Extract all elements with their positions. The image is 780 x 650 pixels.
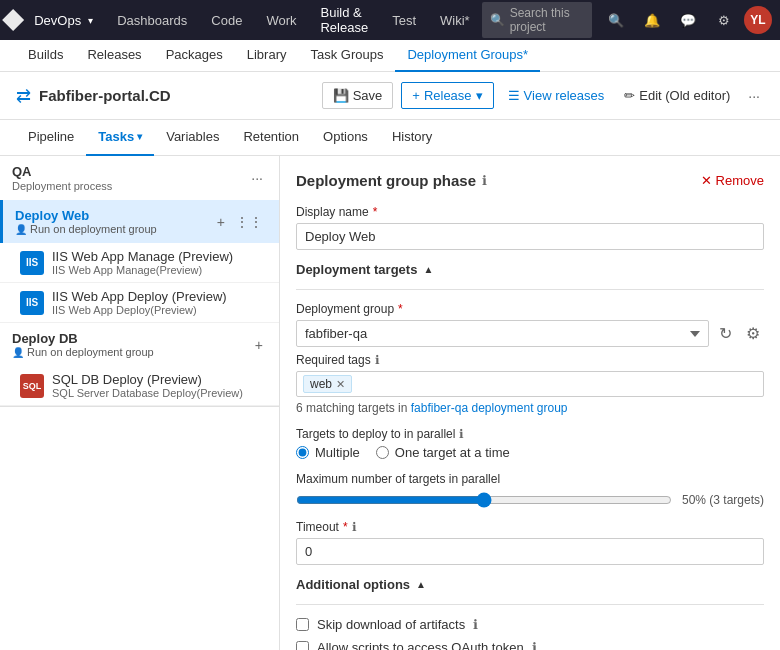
save-button[interactable]: 💾 Save <box>322 82 394 109</box>
chevron-down-icon: ▾ <box>88 15 93 26</box>
tag-input-wrapper[interactable]: web ✕ <box>296 371 764 397</box>
tab-variables[interactable]: Variables <box>154 120 231 156</box>
page-title: Fabfiber-portal.CD <box>39 87 171 104</box>
iis-deploy-name: IIS Web App Deploy (Preview) <box>52 289 267 304</box>
nav-code[interactable]: Code <box>199 0 254 40</box>
iis-manage-name: IIS Web App Manage (Preview) <box>52 249 267 264</box>
deploy-db-add-button[interactable]: + <box>251 335 267 355</box>
additional-options-label: Additional options ▲ <box>296 577 764 592</box>
notification-icon[interactable]: 🔔 <box>636 4 668 36</box>
web-tag-remove[interactable]: ✕ <box>336 378 345 391</box>
list-icon: ☰ <box>508 88 520 103</box>
release-chevron-icon: ▾ <box>476 88 483 103</box>
phase-deploy-db-label: Deploy DB <box>12 331 251 346</box>
deployment-group-dropdown[interactable]: fabfiber-qa <box>296 320 709 347</box>
skip-download-info-icon[interactable]: ℹ <box>473 617 478 632</box>
qa-section: QA Deployment process ··· Deploy Web 👤 R… <box>0 156 279 407</box>
allow-scripts-option[interactable]: Allow scripts to access OAuth token ℹ <box>296 640 764 650</box>
subnav-builds[interactable]: Builds <box>16 40 75 72</box>
display-name-input[interactable] <box>296 223 764 250</box>
phase-deploy-db[interactable]: Deploy DB 👤 Run on deployment group + <box>0 323 279 366</box>
nav-test[interactable]: Test <box>380 0 428 40</box>
display-name-required: * <box>373 205 378 219</box>
phase-deploy-db-sub: 👤 Run on deployment group <box>12 346 251 358</box>
required-tags-info-icon[interactable]: ℹ <box>375 353 380 367</box>
skip-download-checkbox[interactable] <box>296 618 309 631</box>
timeout-label: Timeout * ℹ <box>296 520 764 534</box>
multiple-radio[interactable] <box>296 446 309 459</box>
deploy-web-drag-button[interactable]: ⋮⋮ <box>231 212 267 232</box>
web-tag: web ✕ <box>303 375 352 393</box>
one-target-radio-option[interactable]: One target at a time <box>376 445 510 460</box>
timeout-info-icon[interactable]: ℹ <box>352 520 357 534</box>
logo[interactable] <box>0 0 26 40</box>
section-divider-1 <box>296 289 764 290</box>
qa-section-header[interactable]: QA Deployment process ··· <box>0 156 279 200</box>
sub-nav: Builds Releases Packages Library Task Gr… <box>0 40 780 72</box>
tab-tasks[interactable]: Tasks ▾ <box>86 120 154 156</box>
chat-icon[interactable]: 💬 <box>672 4 704 36</box>
panel-info-icon[interactable]: ℹ <box>482 173 487 188</box>
person-icon-2: 👤 <box>12 347 24 358</box>
max-targets-section: Maximum number of targets in parallel 50… <box>296 472 764 508</box>
panel-header: Deployment group phase ℹ ✕ Remove <box>296 172 764 189</box>
nav-dashboards[interactable]: Dashboards <box>105 0 199 40</box>
plus-icon: + <box>412 88 420 103</box>
task-iis-manage[interactable]: IIS IIS Web App Manage (Preview) IIS Web… <box>0 243 279 283</box>
settings-gear-button[interactable]: ⚙ <box>742 320 764 347</box>
subnav-deployment-groups[interactable]: Deployment Groups* <box>395 40 540 72</box>
matching-link[interactable]: fabfiber-qa deployment group <box>411 401 568 415</box>
avatar[interactable]: YL <box>744 6 772 34</box>
task-iis-deploy[interactable]: IIS IIS Web App Deploy (Preview) IIS Web… <box>0 283 279 323</box>
max-targets-label: Maximum number of targets in parallel <box>296 472 764 486</box>
timeout-required: * <box>343 520 348 534</box>
deployment-targets-label: Deployment targets ▲ <box>296 262 764 277</box>
subnav-releases[interactable]: Releases <box>75 40 153 72</box>
qa-section-title: QA <box>12 164 247 179</box>
remove-button[interactable]: ✕ Remove <box>701 173 764 188</box>
tab-options[interactable]: Options <box>311 120 380 156</box>
task-sql-deploy[interactable]: SQL SQL DB Deploy (Preview) SQL Server D… <box>0 366 279 406</box>
tab-pipeline[interactable]: Pipeline <box>16 120 86 156</box>
tab-history[interactable]: History <box>380 120 444 156</box>
view-releases-button[interactable]: ☰ View releases <box>502 83 611 108</box>
allow-scripts-checkbox[interactable] <box>296 641 309 650</box>
targets-info-icon[interactable]: ℹ <box>459 427 464 441</box>
deploy-web-add-button[interactable]: + <box>213 212 229 232</box>
allow-scripts-info-icon[interactable]: ℹ <box>532 640 537 650</box>
deployment-targets-chevron-icon: ▲ <box>423 264 433 275</box>
iis-deploy-icon: IIS <box>20 291 44 315</box>
section-divider-2 <box>296 604 764 605</box>
search-box[interactable]: 🔍 Search this project <box>482 2 592 38</box>
max-targets-slider[interactable] <box>296 492 672 508</box>
one-target-radio[interactable] <box>376 446 389 459</box>
sql-deploy-name: SQL DB Deploy (Preview) <box>52 372 267 387</box>
timeout-input[interactable] <box>296 538 764 565</box>
subnav-task-groups[interactable]: Task Groups <box>298 40 395 72</box>
nav-build-release[interactable]: Build & Release <box>308 0 380 40</box>
skip-download-option[interactable]: Skip download of artifacts ℹ <box>296 617 764 632</box>
multiple-radio-option[interactable]: Multiple <box>296 445 360 460</box>
phase-deploy-web[interactable]: Deploy Web 👤 Run on deployment group + ⋮… <box>0 200 279 243</box>
matching-text: 6 matching targets in fabfiber-qa deploy… <box>296 401 764 415</box>
right-panel: Deployment group phase ℹ ✕ Remove Displa… <box>280 156 780 650</box>
nav-work[interactable]: Work <box>254 0 308 40</box>
edit-icon: ✏ <box>624 88 635 103</box>
devops-label[interactable]: DevOps ▾ <box>26 0 105 40</box>
qa-more-button[interactable]: ··· <box>247 168 267 188</box>
subnav-library[interactable]: Library <box>235 40 299 72</box>
tab-retention[interactable]: Retention <box>231 120 311 156</box>
targets-radio-group: Multiple One target at a time <box>296 445 764 460</box>
search-icon-btn[interactable]: 🔍 <box>600 4 632 36</box>
pipeline-icon: ⇄ <box>16 85 31 107</box>
settings-icon[interactable]: ⚙ <box>708 4 740 36</box>
qa-section-sub: Deployment process <box>12 180 247 192</box>
subnav-packages[interactable]: Packages <box>154 40 235 72</box>
slider-value: 50% (3 targets) <box>682 493 764 507</box>
refresh-button[interactable]: ↻ <box>715 320 736 347</box>
deployment-group-wrapper: fabfiber-qa ↻ ⚙ <box>296 320 764 347</box>
release-button[interactable]: + Release ▾ <box>401 82 493 109</box>
nav-wiki[interactable]: Wiki* <box>428 0 482 40</box>
more-options-button[interactable]: ··· <box>744 86 764 106</box>
edit-old-editor-button[interactable]: ✏ Edit (Old editor) <box>618 83 736 108</box>
